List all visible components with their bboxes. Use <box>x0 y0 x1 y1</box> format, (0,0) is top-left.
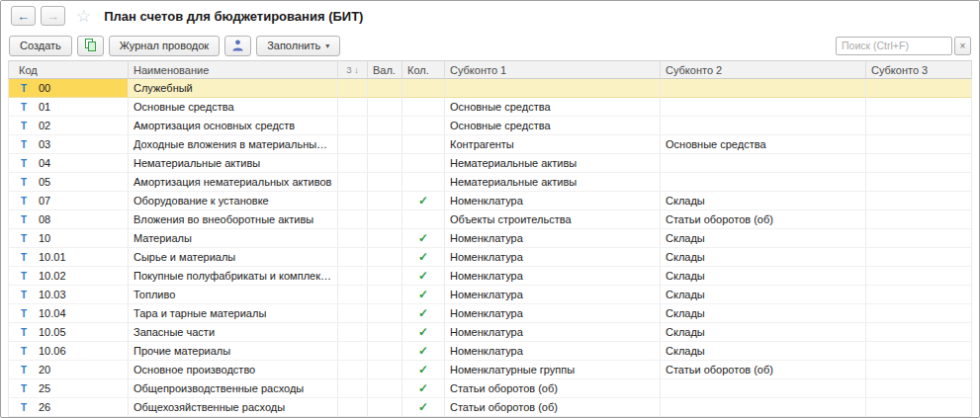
cell-currency[interactable] <box>368 79 402 98</box>
create-button[interactable]: Создать <box>9 36 72 56</box>
account-row[interactable]: Т20 Основное производство ✓ Номенклатурн… <box>8 361 972 379</box>
cell-offbalance[interactable] <box>338 173 368 192</box>
cell-subconto1[interactable]: Номенклатура <box>445 192 661 210</box>
cell-offbalance[interactable] <box>338 210 368 229</box>
cell-name[interactable]: Покупные полуфабрикаты и комплектующие и… <box>129 267 338 286</box>
cell-subconto2[interactable]: Склады <box>661 248 866 267</box>
cell-name[interactable]: Общепроизводственные расходы <box>129 379 338 398</box>
cell-code[interactable]: Т10.03 <box>8 286 129 304</box>
cell-subconto3[interactable] <box>866 229 972 248</box>
account-row[interactable]: Т07 Оборудование к установке ✓ Номенклат… <box>8 192 972 210</box>
favorite-star-icon[interactable]: ☆ <box>76 8 91 25</box>
cell-name[interactable]: Нематериальные активы <box>129 154 338 173</box>
cell-subconto1[interactable]: Объекты строительства <box>445 210 661 229</box>
cell-currency[interactable] <box>368 98 402 117</box>
cell-currency[interactable] <box>368 323 402 342</box>
cell-subconto3[interactable] <box>866 248 972 267</box>
cell-offbalance[interactable] <box>338 229 368 248</box>
cell-code[interactable]: Т10.04 <box>8 304 129 323</box>
cell-subconto1[interactable]: Номенклатура <box>445 304 661 323</box>
cell-offbalance[interactable] <box>338 323 368 342</box>
cell-quantity[interactable]: ✓ <box>402 398 445 417</box>
cell-name[interactable]: Оборудование к установке <box>129 192 338 210</box>
cell-subconto3[interactable] <box>866 267 972 286</box>
cell-subconto1[interactable]: Статьи оборотов (об) <box>445 379 661 398</box>
cell-name[interactable]: Тара и тарные материалы <box>129 304 338 323</box>
cell-currency[interactable] <box>368 361 402 379</box>
cell-subconto1[interactable]: Номенклатура <box>445 286 661 304</box>
cell-currency[interactable] <box>368 192 402 210</box>
cell-code[interactable]: Т25 <box>8 379 129 398</box>
cell-currency[interactable] <box>368 229 402 248</box>
account-row[interactable]: Т10.04 Тара и тарные материалы ✓ Номенкл… <box>8 304 972 323</box>
col-header-subconto1[interactable]: Субконто 1 <box>445 60 661 79</box>
cell-subconto2[interactable]: Склады <box>661 286 866 304</box>
cell-subconto3[interactable] <box>866 192 972 210</box>
account-row[interactable]: Т10.02 Покупные полуфабрикаты и комплект… <box>8 267 972 286</box>
cell-currency[interactable] <box>368 117 402 135</box>
cell-subconto3[interactable] <box>866 117 972 135</box>
account-row[interactable]: Т08 Вложения во внеоборотные активы Объе… <box>8 210 972 229</box>
cell-offbalance[interactable] <box>338 304 368 323</box>
cell-code[interactable]: Т07 <box>8 192 129 210</box>
cell-subconto2[interactable] <box>661 398 866 417</box>
cell-name[interactable]: Запасные части <box>129 323 338 342</box>
cell-offbalance[interactable] <box>338 192 368 210</box>
cell-code[interactable]: Т04 <box>8 154 129 173</box>
account-row[interactable]: Т01 Основные средства Основные средства <box>8 98 972 117</box>
cell-subconto3[interactable] <box>866 79 972 98</box>
cell-subconto1[interactable]: Нематериальные активы <box>445 154 661 173</box>
cell-name[interactable]: Общехозяйственные расходы <box>129 398 338 417</box>
cell-code[interactable]: Т26 <box>8 398 129 417</box>
cell-currency[interactable] <box>368 286 402 304</box>
cell-subconto2[interactable]: Склады <box>661 192 866 210</box>
cell-currency[interactable] <box>368 304 402 323</box>
cell-currency[interactable] <box>368 398 402 417</box>
cell-quantity[interactable] <box>402 79 445 98</box>
cell-name[interactable]: Топливо <box>129 286 338 304</box>
cell-code[interactable]: Т02 <box>8 117 129 135</box>
cell-offbalance[interactable] <box>338 117 368 135</box>
cell-currency[interactable] <box>368 154 402 173</box>
cell-offbalance[interactable] <box>338 98 368 117</box>
cell-subconto2[interactable]: Основные средства <box>661 135 866 154</box>
cell-quantity[interactable]: ✓ <box>402 192 445 210</box>
cell-code[interactable]: Т05 <box>8 173 129 192</box>
cell-subconto1[interactable] <box>445 79 661 98</box>
cell-subconto3[interactable] <box>866 342 972 361</box>
col-header-currency[interactable]: Вал. <box>368 60 402 79</box>
cell-subconto2[interactable] <box>661 173 866 192</box>
cell-currency[interactable] <box>368 267 402 286</box>
cell-offbalance[interactable] <box>338 361 368 379</box>
cell-subconto3[interactable] <box>866 154 972 173</box>
cell-quantity[interactable]: ✓ <box>402 379 445 398</box>
cell-quantity[interactable]: ✓ <box>402 286 445 304</box>
cell-subconto1[interactable]: Основные средства <box>445 98 661 117</box>
cell-subconto1[interactable]: Номенклатура <box>445 342 661 361</box>
cell-code[interactable]: Т00 <box>8 79 129 98</box>
cell-subconto1[interactable]: Нематериальные активы <box>445 173 661 192</box>
cell-name[interactable]: Основное производство <box>129 361 338 379</box>
cell-subconto2[interactable]: Статьи оборотов (об) <box>661 361 866 379</box>
cell-offbalance[interactable] <box>338 248 368 267</box>
account-row[interactable]: Т26 Общехозяйственные расходы ✓ Статьи о… <box>8 398 972 417</box>
cell-subconto3[interactable] <box>866 304 972 323</box>
cell-currency[interactable] <box>368 210 402 229</box>
col-header-offbalance-sort[interactable]: З ↓ <box>338 60 368 79</box>
cell-quantity[interactable] <box>402 135 445 154</box>
forward-button[interactable]: → <box>41 6 65 26</box>
cell-quantity[interactable] <box>402 117 445 135</box>
cell-subconto2[interactable] <box>661 154 866 173</box>
cell-code[interactable]: Т08 <box>8 210 129 229</box>
col-header-subconto2[interactable]: Субконто 2 <box>661 60 866 79</box>
cell-offbalance[interactable] <box>338 398 368 417</box>
account-row[interactable]: Т02 Амортизация основных средств Основны… <box>8 117 972 135</box>
cell-name[interactable]: Материалы <box>129 229 338 248</box>
cell-quantity[interactable] <box>402 210 445 229</box>
cell-subconto3[interactable] <box>866 323 972 342</box>
cell-subconto3[interactable] <box>866 286 972 304</box>
cell-quantity[interactable]: ✓ <box>402 304 445 323</box>
col-header-code[interactable]: Код <box>8 60 129 79</box>
cell-subconto1[interactable]: Номенклатура <box>445 248 661 267</box>
cell-code[interactable]: Т10 <box>8 229 129 248</box>
